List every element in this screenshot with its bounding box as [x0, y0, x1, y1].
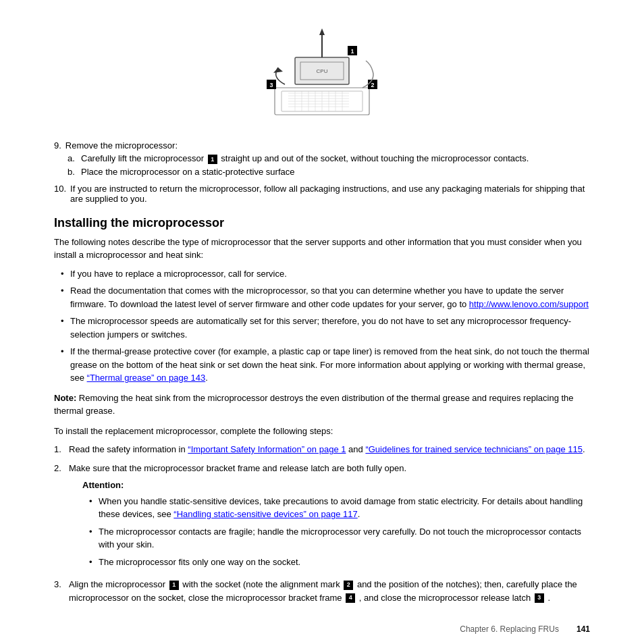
lenovo-link[interactable]: http://www.lenovo.com/support — [469, 299, 589, 309]
install-steps-list: 1. Read the safety information in “Impor… — [54, 443, 590, 604]
footer: Chapter 6. Replacing FRUs 141 — [54, 624, 590, 634]
svg-text:CPU: CPU — [317, 68, 328, 74]
step-10-label: 10. — [54, 184, 66, 204]
step-9a-text: Carefully lift the microprocessor 1 stra… — [81, 153, 529, 164]
diagram-svg: CPU 1 3 2 — [248, 20, 396, 128]
step-9-text: Remove the microprocessor: — [65, 140, 178, 151]
step-9a-label: a. — [68, 153, 77, 164]
step-9-label: 9. — [54, 140, 61, 151]
footer-page: 141 — [576, 624, 590, 634]
install-step-2: 2. Make sure that the microprocessor bra… — [54, 462, 590, 573]
svg-marker-20 — [319, 28, 325, 35]
attention-label: Attention: — [82, 479, 590, 492]
notes-bullet-list: If you have to replace a microprocessor,… — [61, 267, 590, 385]
step-9b-text: Place the microprocessor on a static-pro… — [81, 167, 294, 177]
static-devices-link[interactable]: “Handling static-sensitive devices” on p… — [173, 509, 357, 519]
attention-block: Attention: When you handle static-sensit… — [82, 479, 590, 568]
svg-text:3: 3 — [269, 82, 273, 88]
callout-3: 3 — [535, 593, 544, 603]
footer-chapter: Chapter 6. Replacing FRUs — [460, 624, 559, 634]
safety-info-link[interactable]: “Important Safety Information” on page 1 — [188, 444, 346, 454]
bullet-2: Read the documentation that comes with t… — [61, 284, 590, 311]
note-block: Note: Removing the heat sink from the mi… — [54, 392, 590, 418]
callout-1b: 1 — [169, 581, 179, 590]
section-heading: Installing the microprocessor — [54, 216, 590, 230]
thermal-grease-link[interactable]: “Thermal grease” on page 143 — [87, 373, 206, 383]
note-text: Removing the heat sink from the micropro… — [54, 393, 574, 417]
svg-text:1: 1 — [350, 48, 354, 55]
attention-bullet-1: When you handle static-sensitive devices… — [89, 495, 590, 521]
step-9b-label: b. — [68, 167, 77, 177]
attention-bullet-2: The microprocessor contacts are fragile;… — [89, 525, 590, 552]
install-step-1: 1. Read the safety information in “Impor… — [54, 443, 590, 456]
install-step-3: 3. Align the microprocessor 1 with the s… — [54, 578, 590, 604]
diagram-area: CPU 1 3 2 — [54, 20, 590, 128]
section-intro: The following notes describe the type of… — [54, 236, 590, 262]
bullet-3: The microprocessor speeds are automatica… — [61, 315, 590, 341]
step-9a: a. Carefully lift the microprocessor 1 s… — [68, 153, 590, 164]
step-9b: b. Place the microprocessor on a static-… — [68, 167, 590, 177]
note-label: Note: — [54, 393, 76, 403]
attention-bullets: When you handle static-sensitive devices… — [89, 495, 590, 569]
attention-bullet-3: The microprocessor fits only one way on … — [89, 556, 590, 569]
bullet-1: If you have to replace a microprocessor,… — [61, 267, 590, 281]
callout-1: 1 — [208, 155, 217, 164]
install-step-1-text: Read the safety information in “Importan… — [69, 443, 585, 456]
svg-text:2: 2 — [371, 82, 374, 88]
step-10: 10. If you are instructed to return the … — [54, 184, 590, 204]
install-step-3-text: Align the microprocessor 1 with the sock… — [69, 578, 590, 604]
svg-marker-25 — [273, 68, 283, 73]
bullet-4: If the thermal-grease protective cover (… — [61, 345, 590, 385]
callout-2: 2 — [344, 581, 353, 590]
trained-tech-link[interactable]: “Guidelines for trained service technici… — [365, 444, 583, 454]
step-10-text: If you are instructed to return the micr… — [70, 184, 590, 204]
install-intro: To install the replacement microprocesso… — [54, 425, 590, 438]
callout-4: 4 — [346, 593, 355, 603]
page: CPU 1 3 2 9. Remove the microprocessor: — [0, 0, 644, 644]
install-step-2-text: Make sure that the microprocessor bracke… — [69, 463, 406, 473]
step-9: 9. Remove the microprocessor: a. Careful… — [54, 140, 590, 177]
